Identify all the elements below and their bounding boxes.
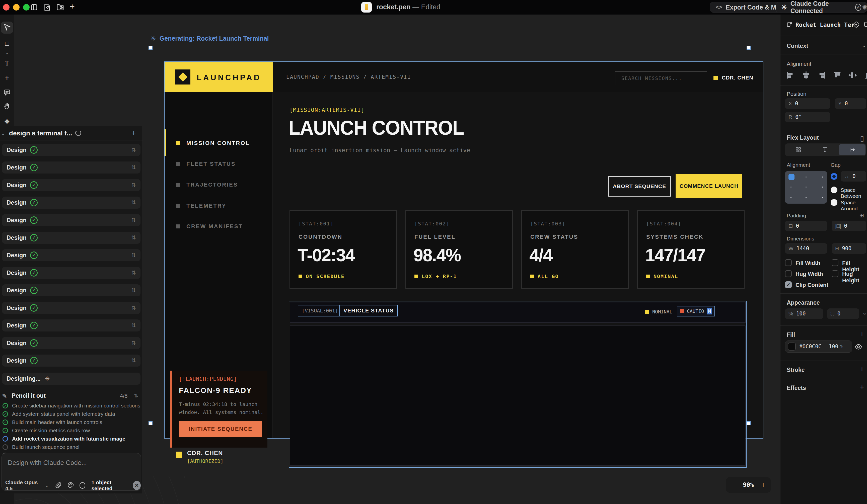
- padding-horizontal-field[interactable]: |□|0: [832, 221, 866, 231]
- model-selector[interactable]: Claude Opus 4.5: [5, 480, 42, 492]
- expand-chevrons-icon[interactable]: ⇅: [131, 217, 136, 223]
- expand-chevrons-icon[interactable]: ⇅: [131, 164, 136, 171]
- todo-item[interactable]: ✓Create sidebar navigation with mission …: [2, 403, 140, 409]
- todo-item[interactable]: ✓Add system status panel with telemetry …: [2, 411, 140, 417]
- composer[interactable]: Design with Claude Code... Claude Opus 4…: [1, 453, 141, 491]
- expand-chevrons-icon[interactable]: ⇅: [131, 147, 136, 153]
- design-action-row[interactable]: Design✓⇅: [2, 232, 140, 244]
- sidebar-item-trajectories[interactable]: TRAJECTORIES: [176, 182, 238, 188]
- position-x-field[interactable]: X0: [785, 98, 830, 109]
- legend-caution-editing[interactable]: CAUTION: [677, 306, 715, 316]
- expand-chevrons-icon[interactable]: ⇅: [131, 340, 136, 346]
- claude-code-status-button[interactable]: ✳ Claude Code Connected ✓: [776, 2, 867, 12]
- visual-code-chip[interactable]: [VISUAL:001]: [298, 305, 342, 316]
- expand-chevrons-icon[interactable]: ⇅: [131, 287, 136, 294]
- expand-chevrons-icon[interactable]: ⇅: [131, 357, 136, 364]
- appearance-more-icon-partial[interactable]: ⌔: [863, 310, 866, 316]
- close-window-button[interactable]: [3, 4, 10, 11]
- sidebar-item-mission-control[interactable]: MISSION CONTROL: [176, 140, 250, 146]
- expand-chevrons-icon[interactable]: ⇅: [131, 322, 136, 329]
- space-between-radio[interactable]: [831, 187, 837, 193]
- design-action-row[interactable]: Design✓⇅: [2, 214, 140, 226]
- rotation-field[interactable]: R0°: [785, 112, 830, 122]
- model-chevron-icon[interactable]: ⌄: [45, 483, 49, 488]
- sidebar-toggle-icon[interactable]: [30, 3, 38, 12]
- padding-expand-icon-partial[interactable]: ⊞: [859, 212, 864, 219]
- todo-item[interactable]: ✓Create mission metrics cards row: [2, 428, 140, 434]
- todo-item[interactable]: ✓Build main header with launch controls: [2, 419, 140, 425]
- design-action-row[interactable]: Design✓⇅: [2, 179, 140, 191]
- new-chat-button[interactable]: +: [131, 128, 136, 138]
- panel-toggle-icon-partial[interactable]: [864, 21, 867, 29]
- align-top-icon[interactable]: [832, 70, 842, 81]
- todo-item-active[interactable]: Add rocket visualization with futuristic…: [2, 436, 140, 442]
- assets-tool-icon[interactable]: ❖: [0, 118, 14, 125]
- abort-sequence-button[interactable]: ABORT SEQUENCE: [608, 176, 671, 197]
- design-action-row[interactable]: Design✓⇅: [2, 267, 140, 279]
- frame-tool-icon[interactable]: ⌗: [0, 74, 14, 82]
- fill-height-checkbox[interactable]: [832, 259, 838, 266]
- fill-swatch[interactable]: [788, 342, 796, 351]
- select-tool-icon[interactable]: [0, 23, 14, 32]
- align-bottom-icon-partial[interactable]: [863, 70, 867, 81]
- clear-selection-button[interactable]: ✕: [133, 481, 141, 490]
- search-input[interactable]: SEARCH MISSIONS...: [615, 71, 707, 85]
- expand-chevrons-icon[interactable]: ⇅: [131, 234, 136, 241]
- attach-icon[interactable]: [55, 482, 62, 489]
- hug-height-checkbox[interactable]: [832, 270, 838, 277]
- expand-chevrons-icon[interactable]: ⇅: [131, 199, 136, 206]
- context-chevron-icon[interactable]: ⌄: [862, 43, 866, 48]
- space-around-radio[interactable]: [831, 199, 837, 206]
- design-pages-icon[interactable]: [43, 3, 51, 12]
- visual-title-chip[interactable]: VEHICLE STATUS: [340, 305, 398, 316]
- design-action-row[interactable]: Design✓⇅: [2, 197, 140, 209]
- gap-radio-selected[interactable]: [831, 173, 837, 180]
- hand-tool-icon[interactable]: [0, 103, 14, 111]
- alignment-anchor-top-left[interactable]: [789, 174, 794, 180]
- todo-collapse-icon[interactable]: ⇅: [134, 393, 138, 399]
- commence-launch-button[interactable]: COMMENCE LAUNCH: [676, 174, 742, 198]
- topbar-user[interactable]: CDR. CHEN: [714, 75, 753, 81]
- layout-vertical-icon[interactable]: [812, 143, 838, 156]
- sidebar-item-crew-manifest[interactable]: CREW MANIFEST: [176, 223, 243, 230]
- palette-icon[interactable]: [67, 482, 74, 490]
- new-file-icon[interactable]: +: [70, 1, 75, 11]
- design-action-row[interactable]: Design✓⇅: [2, 144, 140, 156]
- zoom-out-button[interactable]: −: [731, 481, 736, 489]
- shape-tool-chevron-icon[interactable]: ⌄: [0, 50, 14, 55]
- width-field[interactable]: W1440: [785, 243, 827, 254]
- sidebar-item-fleet-status[interactable]: FLEET STATUS: [176, 161, 236, 167]
- expand-chevrons-icon[interactable]: ⇅: [131, 252, 136, 259]
- shape-tool-icon[interactable]: □: [0, 40, 14, 47]
- expand-chevrons-icon[interactable]: ⇅: [131, 270, 136, 276]
- flex-detach-icon-partial[interactable]: ▯: [860, 134, 864, 143]
- layout-horizontal-icon-active[interactable]: [839, 144, 866, 155]
- selection-handle-bottom-right[interactable]: [747, 421, 751, 425]
- fill-row[interactable]: #0C0C0C 100 %: [785, 340, 852, 352]
- design-action-row[interactable]: Design✓⇅: [2, 302, 140, 314]
- design-action-row[interactable]: Design✓⇅: [2, 337, 140, 349]
- height-field[interactable]: H900: [832, 243, 866, 254]
- selection-handle-top-right[interactable]: [747, 46, 751, 50]
- design-frame[interactable]: LAUNCHPAD LAUNCHPAD / MISSIONS / ARTEMIS…: [164, 62, 763, 438]
- zoom-window-button[interactable]: [23, 4, 30, 11]
- add-stroke-icon[interactable]: +: [860, 365, 864, 373]
- design-action-row[interactable]: Design✓⇅: [2, 354, 140, 366]
- clip-content-checkbox[interactable]: ✓: [785, 281, 792, 288]
- add-fill-icon[interactable]: +: [860, 330, 864, 338]
- settings-icon-partial[interactable]: ✺: [862, 3, 867, 11]
- flex-alignment-grid[interactable]: [785, 171, 827, 204]
- text-tool-icon[interactable]: T: [0, 59, 14, 67]
- design-action-row[interactable]: Design✓⇅: [2, 162, 140, 174]
- design-action-row[interactable]: Design✓⇅: [2, 319, 140, 331]
- record-circle-icon[interactable]: [79, 482, 85, 489]
- selection-handle-bottom-left[interactable]: [149, 421, 152, 425]
- design-action-row[interactable]: Design✓⇅: [2, 249, 140, 261]
- expand-chevrons-icon[interactable]: ⇅: [131, 182, 136, 188]
- fill-visibility-eye-icon[interactable]: [855, 343, 862, 352]
- corner-radius-field[interactable]: ⛶0: [827, 308, 859, 319]
- vehicle-status-panel[interactable]: [VISUAL:001] VEHICLE STATUS NOMINAL CAUT…: [289, 301, 747, 468]
- zoom-control[interactable]: − 90% +: [726, 477, 771, 493]
- minimize-window-button[interactable]: [13, 4, 20, 11]
- selection-handle-top-left[interactable]: [149, 46, 152, 50]
